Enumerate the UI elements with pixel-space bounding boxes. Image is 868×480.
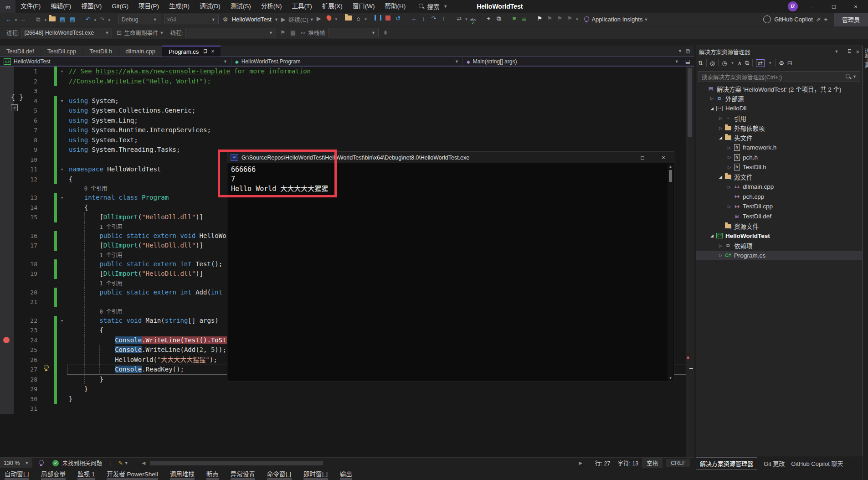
expand-arrow-icon[interactable]: ▷ [717,253,724,258]
menu-item-8[interactable]: 分析(N) [256,0,287,13]
menu-item-6[interactable]: 调试(D) [195,0,226,13]
collapse-arrow-icon[interactable]: ◢ [717,175,724,179]
expand-arrow-icon[interactable]: ▷ [726,185,733,189]
code-text[interactable]: using System; [67,96,694,106]
toolbar-overflow-icon[interactable]: ⇟ [381,28,390,38]
new-project-icon[interactable]: ⧉ [34,15,43,25]
breakpoint-margin[interactable] [0,335,14,346]
search-control[interactable]: 搜索 ▼ [419,2,447,11]
code-text[interactable]: using System.Collections.Generic; [67,106,694,116]
copilot-share-icon[interactable]: ⇗ [816,16,821,23]
breakpoint-margin[interactable] [0,135,14,145]
tab-TestDll.def[interactable]: TestDll.def [0,46,41,57]
menu-item-2[interactable]: 视图(V) [76,0,107,13]
panel-tab-Git 更改[interactable]: Git 更改 [764,459,785,468]
breakpoint-margin[interactable] [0,316,14,326]
code-text[interactable]: } [67,394,694,404]
breakpoint-margin[interactable] [0,125,14,135]
undo-icon[interactable]: ↶ [83,15,92,25]
hscroll-left-icon[interactable]: ◀ [142,460,146,465]
collapse-all-icon[interactable]: ∧ [738,60,742,67]
breakpoint-margin[interactable] [0,241,14,251]
tab-Program.cs[interactable]: Program.cs× [162,46,221,57]
tab-TestDll.cpp[interactable]: TestDll.cpp [41,46,83,57]
vertical-scrollbar[interactable] [686,67,694,457]
breakpoint-margin[interactable] [0,307,14,316]
menu-item-4[interactable]: 项目(P) [134,0,164,13]
collapse-arrow-icon[interactable]: ◢ [709,233,715,238]
process-dropdown[interactable]: [26648] HelloWorldTest.exe▼ [21,28,112,37]
tree-item-外部源[interactable]: ▷⧉外部源 [696,94,862,104]
expand-arrow-icon[interactable]: ▷ [726,145,733,150]
continue-button[interactable]: 继续(C) [288,15,308,24]
breakpoint-margin[interactable] [0,77,14,87]
expand-arrow-icon[interactable]: ▷ [717,243,724,248]
switch-views-icon[interactable]: ⇅ [698,60,703,67]
configuration-dropdown[interactable]: Debug▼ [118,15,160,24]
bottom-tab-断点[interactable]: 断点 [206,468,219,480]
project-dropdown[interactable]: C# HelloWorldTest▼ [0,57,231,66]
breakpoint-margin[interactable] [0,375,14,385]
tree-item-引用[interactable]: ▷▫▫引用 [696,114,862,124]
scroll-up-icon[interactable]: ▲ [668,165,673,169]
bottom-tab-命令窗口[interactable]: 命令窗口 [267,468,292,480]
scrollbar-thumb[interactable] [688,68,692,137]
bottom-tab-调用堆栈[interactable]: 调用堆栈 [170,468,195,480]
cursor-icon[interactable]: ⌖ [484,14,493,24]
thread-dropdown[interactable]: ▼ [185,28,276,37]
line-indicator[interactable]: 行: 27 [595,459,610,467]
breakpoint-margin[interactable] [0,345,14,355]
menu-item-12[interactable]: 帮助(H) [380,0,411,13]
expand-arrow-icon[interactable]: ▷ [726,204,733,209]
collapse-chevron-icon[interactable]: ▾ [57,316,67,326]
tree-item-dllmain.cpp[interactable]: ▷++dllmain.cpp [696,182,862,192]
all-files-icon[interactable]: ◎ [710,60,715,67]
bottom-tab-即时窗口[interactable]: 即时窗口 [303,468,328,480]
maximize-button[interactable]: □ [826,0,842,13]
menu-item-11[interactable]: 窗口(W) [348,0,380,13]
tree-item-TestDll.def[interactable]: ⊞TestDll.def [696,212,862,222]
breakpoint-margin[interactable] [0,355,14,365]
breakpoint-margin[interactable] [0,279,14,288]
forward-icon[interactable]: → [18,15,27,25]
save-all-icon[interactable]: ▤ [68,15,77,25]
breakpoint-margin[interactable] [0,259,14,269]
console-scrollbar[interactable]: ▲ ▼ [668,164,673,381]
scroll-down-icon[interactable]: ▼ [668,376,673,380]
expand-arrow-icon[interactable]: ▷ [726,155,733,160]
hscroll-right-icon[interactable]: ▶ [579,460,582,465]
menu-item-0[interactable]: 文件(F) [15,0,46,13]
apply-changes-icon[interactable]: ⌂ [354,14,363,24]
redo-icon[interactable]: ↷ [98,15,107,25]
hot-reload-flame-icon[interactable] [324,13,334,23]
bookmark-clear-icon[interactable]: ⚑ [565,14,575,24]
breakpoint-margin[interactable] [0,297,14,307]
collapse-arrow-icon[interactable]: ◢ [709,106,715,111]
lifecycle-events-button[interactable]: 生命周期事件 [124,28,158,37]
expand-arrow-icon[interactable]: ▷ [717,116,724,120]
console-close-button[interactable]: × [653,152,674,163]
breakpoint-margin[interactable] [0,288,14,298]
start-play-icon[interactable]: ▶ [314,14,324,24]
breakpoint-margin[interactable] [0,175,14,185]
browse-search-folder-icon[interactable] [344,13,353,23]
expand-arrow-icon[interactable]: ▷ [717,126,724,130]
menu-item-7[interactable]: 测试(S) [226,0,256,13]
breakpoint-margin[interactable] [0,165,14,175]
show-next-statement-icon[interactable]: → [409,14,418,24]
preview-selected-icon[interactable]: ⧉ [745,59,749,67]
panel-tab-解决方案资源管理器[interactable]: 解决方案资源管理器 [696,457,757,470]
tree-item-TestDll.cpp[interactable]: ▷++TestDll.cpp [696,201,862,212]
code-text[interactable] [67,404,694,414]
tree-item-TestDll.h[interactable]: ▷hTestDll.h [696,162,862,172]
code-preview-icon[interactable]: ⧉ [494,14,503,24]
breakpoint-margin[interactable] [0,67,14,77]
stop-icon[interactable] [384,13,393,23]
collapse-chevron-icon[interactable]: ▾ [57,96,67,106]
code-outline-adornment[interactable]: { }⇗ [11,93,23,111]
tree-item-依赖项[interactable]: ▷⧉依赖项 [696,241,862,251]
solution-explorer-header[interactable]: 解决方案资源管理器 ▼ × [696,46,862,57]
save-icon[interactable]: ▤ [58,15,67,25]
code-text[interactable] [67,86,694,96]
eol-indicator[interactable]: CRLF [666,459,690,467]
